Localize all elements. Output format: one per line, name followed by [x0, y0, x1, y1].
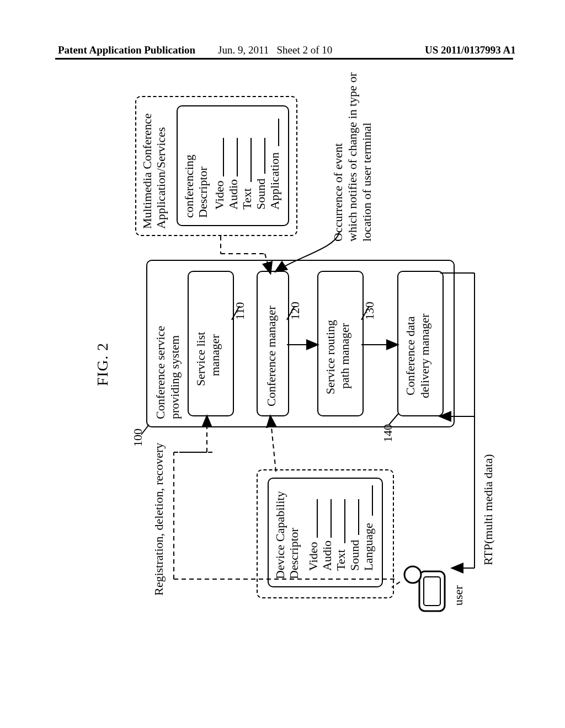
header-sheet: Sheet 2 of 10 [276, 44, 332, 56]
header-date-sheet: Jun. 9, 2011 Sheet 2 of 10 [218, 44, 332, 56]
header-publication: Patent Application Publication [58, 44, 195, 56]
header-date: Jun. 9, 2011 [218, 44, 269, 56]
header-pubnum: US 2011/0137993 A1 [425, 44, 516, 56]
header-rule [55, 58, 513, 60]
svg-line-14 [392, 582, 400, 587]
svg-line-7 [389, 414, 398, 425]
svg-line-6 [361, 306, 369, 320]
connectors [94, 94, 508, 618]
figure-2-diagram: FIG. 2 100 Conference service providing … [94, 94, 508, 618]
svg-line-13 [270, 416, 276, 472]
svg-line-22 [265, 254, 270, 273]
svg-line-3 [141, 425, 149, 435]
svg-line-5 [287, 306, 295, 320]
svg-line-4 [232, 306, 239, 320]
